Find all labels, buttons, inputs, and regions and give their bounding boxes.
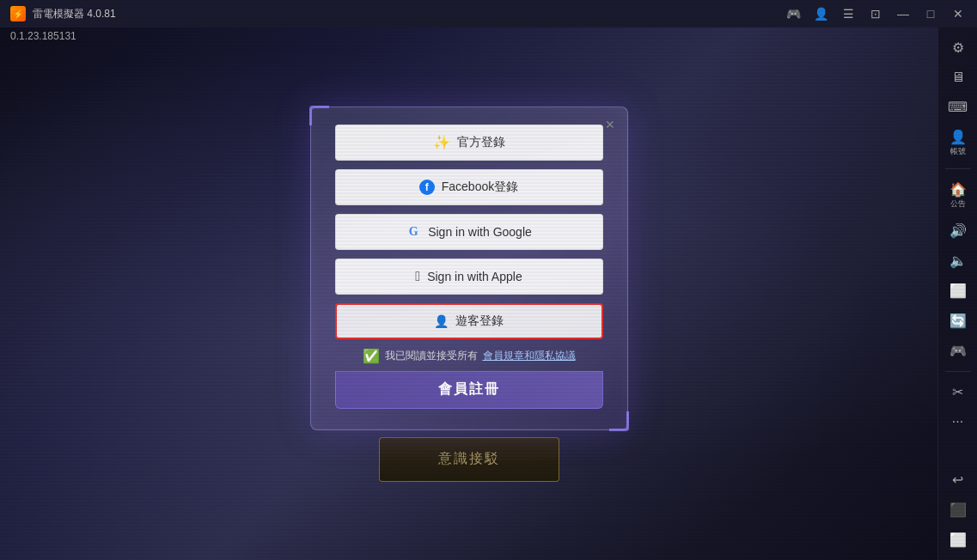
official-icon: ✨	[433, 134, 450, 150]
titlebar-controls: 🎮 👤 ☰ ⊡ — □ ✕	[774, 2, 977, 26]
sidebar-announcement[interactable]: 🏠 公告	[942, 176, 974, 214]
person-icon: 👤	[434, 314, 449, 328]
sidebar-back[interactable]: ↩	[942, 466, 974, 493]
facebook-login-button[interactable]: f Facebook登錄	[335, 169, 603, 205]
home-icon: ⬛	[950, 502, 967, 518]
app-icon: ⚡	[10, 6, 26, 21]
sidebar-right: ⚙ 🖥 ⌨ 👤 帳號 🏠 公告 🔊 🔈 ⬜ 🔄 🎮 ✂ ··· ↩ ⬛	[937, 27, 977, 560]
sidebar-volume-down[interactable]: 🔈	[942, 247, 974, 274]
official-login-label: 官方登錄	[457, 135, 505, 150]
maximize-button[interactable]: □	[919, 2, 943, 26]
register-bar[interactable]: 會員註冊	[335, 371, 603, 409]
sidebar-scissors[interactable]: ✂	[942, 379, 974, 405]
sidebar-account[interactable]: 👤 帳號	[942, 124, 974, 161]
settings-icon: ⚙	[952, 40, 964, 56]
recent-icon: ⬜	[950, 532, 967, 548]
sidebar-more[interactable]: ···	[942, 409, 974, 435]
minimize-button[interactable]: —	[891, 2, 915, 26]
screen-icon[interactable]: ⊡	[864, 2, 888, 26]
sidebar-volume-up[interactable]: 🔊	[942, 217, 974, 244]
facebook-icon: f	[419, 180, 435, 195]
apple-login-label: Sign in with Apple	[427, 270, 522, 283]
titlebar-left: ⚡ 雷電模擬器 4.0.81	[0, 6, 774, 21]
more-icon: ···	[952, 414, 963, 429]
register-label: 會員註冊	[438, 380, 500, 399]
sidebar-recent[interactable]: ⬜	[942, 527, 974, 553]
refresh-icon: 🔄	[950, 313, 967, 329]
terms-link[interactable]: 會員規章和隱私協議	[483, 349, 576, 363]
announcement-label: 公告	[950, 199, 966, 209]
guest-login-button[interactable]: 👤 遊客登錄	[335, 303, 603, 339]
announcement-icon: 🏠	[950, 181, 967, 198]
sidebar-settings[interactable]: ⚙	[942, 34, 974, 61]
sidebar-refresh[interactable]: 🔄	[942, 307, 974, 334]
bottom-action-label: 意識接駁	[438, 450, 500, 468]
ip-address: 0.1.23.185131	[10, 30, 76, 42]
dialog-close-button[interactable]: ✕	[600, 114, 620, 135]
scissors-icon: ✂	[952, 384, 963, 400]
keyboard-icon: ⌨	[948, 99, 968, 115]
controller-icon[interactable]: 🎮	[781, 2, 805, 26]
back-icon: ↩	[952, 472, 963, 488]
divider-1	[945, 168, 971, 169]
game-icon: 🎮	[950, 343, 967, 359]
sidebar-screen[interactable]: 🖥	[942, 64, 974, 90]
divider-2	[945, 371, 971, 372]
google-icon: G	[406, 224, 421, 240]
screen-icon: 🖥	[951, 70, 965, 85]
sidebar-game[interactable]: 🎮	[942, 338, 974, 364]
sidebar-screenshot[interactable]: ⬜	[942, 277, 974, 304]
account-label: 帳號	[950, 147, 966, 156]
facebook-login-label: Facebook登錄	[442, 180, 518, 195]
account-icon: 👤	[950, 129, 967, 145]
dialog-overlay: ✕ ✨ 官方登錄 f Facebook登錄 G Sign in with Goo…	[0, 27, 937, 560]
app-title: 雷電模擬器 4.0.81	[33, 7, 116, 21]
main-area: ✕ ✨ 官方登錄 f Facebook登錄 G Sign in with Goo…	[0, 27, 937, 560]
close-button[interactable]: ✕	[946, 2, 970, 26]
apple-icon: 	[415, 269, 420, 284]
google-login-button[interactable]: G Sign in with Google	[335, 214, 603, 250]
sidebar-home[interactable]: ⬛	[942, 496, 974, 523]
volume-down-icon: 🔈	[950, 253, 967, 269]
bottom-action-button[interactable]: 意識接駁	[379, 437, 559, 482]
account-icon[interactable]: 👤	[809, 2, 833, 26]
menu-icon[interactable]: ☰	[836, 2, 860, 26]
screenshot-icon: ⬜	[950, 283, 967, 299]
terms-row: ✅ 我已閱讀並接受所有 會員規章和隱私協議	[335, 348, 603, 364]
google-login-label: Sign in with Google	[428, 225, 532, 239]
official-login-button[interactable]: ✨ 官方登錄	[335, 125, 603, 161]
sidebar-keyboard[interactable]: ⌨	[942, 94, 974, 120]
volume-up-icon: 🔊	[950, 222, 967, 239]
apple-login-button[interactable]:  Sign in with Apple	[335, 259, 603, 295]
login-dialog: ✕ ✨ 官方登錄 f Facebook登錄 G Sign in with Goo…	[310, 107, 628, 430]
terms-check-icon: ✅	[363, 348, 380, 364]
titlebar: ⚡ 雷電模擬器 4.0.81 🎮 👤 ☰ ⊡ — □ ✕	[0, 0, 977, 27]
guest-login-label: 遊客登錄	[455, 313, 504, 329]
terms-text: 我已閱讀並接受所有	[385, 349, 478, 363]
